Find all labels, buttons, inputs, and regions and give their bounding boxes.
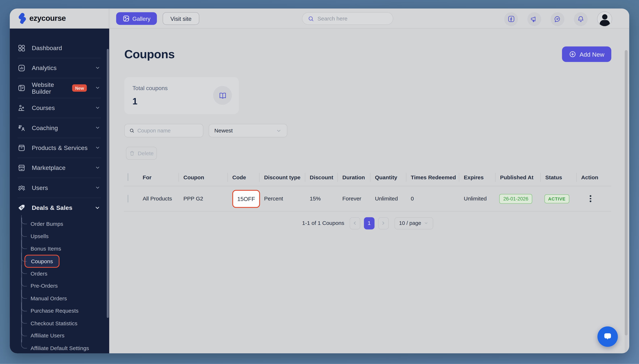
sidebar-item-users[interactable]: Users bbox=[10, 178, 109, 198]
user-avatar[interactable] bbox=[597, 12, 612, 26]
gallery-button[interactable]: Gallery bbox=[116, 12, 157, 25]
table-header-row: For Coupon Code Discount type Discount D… bbox=[124, 169, 611, 186]
pagination-summary: 1-1 of 1 Coupons bbox=[302, 220, 344, 226]
table-row: All Products PPP G2 15OFF Percent 15% Fo… bbox=[124, 186, 611, 212]
sidebar-item-website-builder[interactable]: Website Builder New bbox=[10, 78, 109, 98]
sidebar-nav: Dashboard Analytics Website Builder New … bbox=[10, 28, 109, 353]
messages-button[interactable] bbox=[550, 12, 564, 26]
cell-expires: Unlimited bbox=[463, 196, 499, 202]
column-header: Quantity bbox=[374, 174, 410, 180]
sidebar-scrollbar[interactable] bbox=[107, 49, 109, 318]
cell-discount: 15% bbox=[309, 196, 342, 202]
stat-icon-circle bbox=[213, 86, 232, 105]
status-badge: ACTIVE bbox=[544, 194, 569, 203]
coupon-code-highlight: 15OFF bbox=[232, 190, 260, 208]
sidebar-item-deals-sales[interactable]: Deals & Sales bbox=[10, 198, 109, 218]
page-size-value: 10 / page bbox=[399, 220, 421, 226]
sidebar-item-label: Products & Services bbox=[32, 144, 89, 151]
desktop-background: ezycourse Gallery Visit site bbox=[0, 0, 639, 364]
select-all-checkbox[interactable] bbox=[128, 173, 128, 181]
sidebar-item-products-services[interactable]: Products & Services bbox=[10, 138, 109, 158]
header-main: Gallery Visit site bbox=[109, 8, 629, 28]
add-new-label: Add New bbox=[580, 51, 604, 58]
sidebar-item-marketplace[interactable]: Marketplace bbox=[10, 158, 109, 178]
delete-button[interactable]: Delete bbox=[126, 147, 157, 160]
total-coupons-card: Total coupons 1 bbox=[124, 77, 239, 114]
column-header: Coupon bbox=[182, 174, 232, 180]
next-page-button[interactable] bbox=[378, 217, 389, 230]
delete-label: Delete bbox=[138, 150, 154, 156]
chat-bubble-icon bbox=[602, 331, 613, 342]
chevron-right-icon bbox=[381, 220, 386, 226]
dashboard-grid-icon bbox=[18, 44, 26, 52]
cell-quantity: Unlimited bbox=[374, 196, 410, 202]
sidebar-item-label: Deals & Sales bbox=[32, 204, 88, 211]
chevron-down-icon bbox=[424, 221, 428, 226]
add-new-button[interactable]: Add New bbox=[562, 46, 611, 62]
chat-widget-button[interactable] bbox=[598, 326, 618, 347]
ezycourse-logo-icon bbox=[18, 13, 26, 24]
coupons-table: For Coupon Code Discount type Discount D… bbox=[124, 169, 611, 235]
chevron-down-icon bbox=[95, 145, 100, 150]
plus-circle-icon bbox=[569, 50, 576, 58]
column-header: Published At bbox=[499, 174, 544, 180]
gallery-button-label: Gallery bbox=[132, 15, 150, 22]
cell-for: All Products bbox=[142, 196, 182, 202]
open-book-icon bbox=[218, 91, 227, 100]
logo[interactable]: ezycourse bbox=[10, 8, 109, 28]
submenu-item-affiliate-default-settings[interactable]: Affiliate Default Settings bbox=[10, 342, 109, 353]
sidebar-item-label: Marketplace bbox=[32, 164, 89, 171]
deals-sales-submenu: Order Bumps Upsells Bonus Items Coupons … bbox=[10, 218, 109, 353]
analytics-chart-icon bbox=[18, 64, 26, 72]
sort-select[interactable]: Newest bbox=[208, 124, 287, 137]
global-search-input[interactable] bbox=[318, 16, 388, 22]
current-page-button[interactable]: 1 bbox=[364, 217, 374, 230]
active-item-highlight: Coupons bbox=[24, 254, 60, 268]
sidebar-item-label: Website Builder bbox=[32, 81, 66, 95]
facebook-button[interactable] bbox=[504, 12, 518, 26]
sidebar: Dashboard Analytics Website Builder New … bbox=[10, 28, 109, 353]
row-checkbox[interactable] bbox=[128, 195, 128, 202]
global-search bbox=[302, 12, 393, 25]
chevron-left-icon bbox=[352, 220, 358, 226]
logo-text: ezycourse bbox=[29, 14, 66, 23]
sidebar-item-analytics[interactable]: Analytics bbox=[10, 58, 109, 78]
sidebar-item-dashboard[interactable]: Dashboard bbox=[10, 38, 109, 58]
app-window: ezycourse Gallery Visit site bbox=[10, 8, 629, 353]
main-content: Coupons Add New Total coupons 1 Newest bbox=[109, 28, 629, 353]
sidebar-item-label: Users bbox=[32, 184, 89, 191]
sidebar-item-courses[interactable]: Courses bbox=[10, 98, 109, 118]
new-badge: New bbox=[72, 84, 87, 92]
chevron-down-icon bbox=[95, 105, 100, 110]
cell-coupon: PPP G2 bbox=[182, 196, 232, 202]
column-header: Code bbox=[232, 174, 263, 180]
sidebar-item-label: Analytics bbox=[32, 64, 89, 71]
sidebar-item-label: Courses bbox=[32, 104, 89, 111]
sort-select-value: Newest bbox=[214, 128, 276, 134]
chevron-down-icon bbox=[95, 185, 100, 190]
announcements-megaphone-button[interactable] bbox=[527, 12, 541, 26]
cell-discount-type: Percent bbox=[263, 196, 309, 202]
marketplace-store-icon bbox=[18, 164, 26, 172]
published-at-badge: 26-01-2026 bbox=[499, 194, 532, 204]
coupon-name-input[interactable] bbox=[137, 128, 198, 134]
visit-site-button[interactable]: Visit site bbox=[163, 12, 199, 25]
page-size-select[interactable]: 10 / page bbox=[394, 217, 433, 230]
chevron-down-icon bbox=[95, 165, 100, 170]
prev-page-button[interactable] bbox=[350, 217, 360, 230]
users-icon bbox=[18, 184, 26, 192]
sidebar-item-label: Dashboard bbox=[32, 44, 100, 52]
notifications-bell-button[interactable] bbox=[574, 12, 588, 26]
page-title: Coupons bbox=[124, 48, 174, 61]
cell-times-redeemed: 0 bbox=[410, 196, 463, 202]
search-icon bbox=[308, 15, 314, 22]
sidebar-item-label: Coaching bbox=[32, 124, 89, 131]
image-icon bbox=[123, 15, 130, 22]
row-actions-kebab-button[interactable] bbox=[585, 192, 596, 205]
courses-icon bbox=[18, 104, 26, 112]
window-scrollbar-thumb[interactable] bbox=[625, 50, 628, 336]
column-header: Duration bbox=[342, 174, 374, 180]
top-header: ezycourse Gallery Visit site bbox=[10, 8, 629, 28]
trash-icon bbox=[129, 150, 135, 156]
sidebar-item-coaching[interactable]: Coaching bbox=[10, 118, 109, 138]
